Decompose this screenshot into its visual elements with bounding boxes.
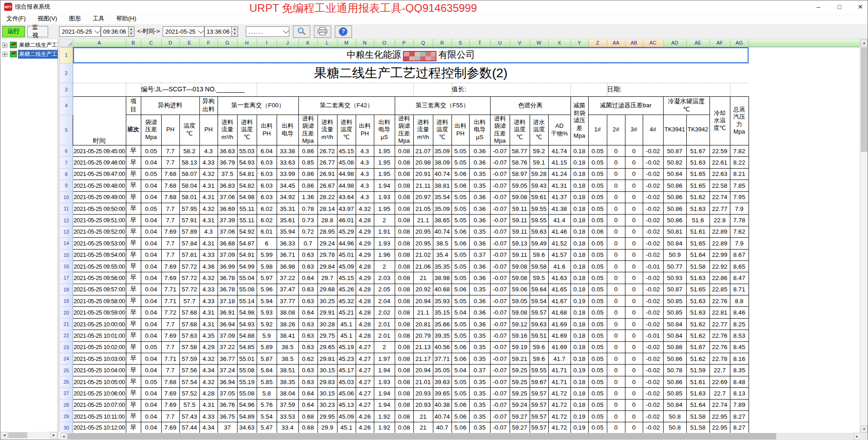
data-cell[interactable]: 36.98: [277, 260, 298, 272]
data-cell[interactable]: 55.14: [237, 295, 257, 307]
data-cell[interactable]: 58.13: [179, 157, 199, 168]
data-cell[interactable]: 22.95: [709, 410, 730, 422]
table-header-cell[interactable]: 2#: [607, 115, 625, 145]
data-cell[interactable]: 0.08: [395, 284, 413, 295]
data-cell[interactable]: 51.58: [686, 422, 709, 433]
data-cell[interactable]: 0.08: [395, 272, 413, 284]
data-cell[interactable]: 8.16: [730, 353, 749, 365]
row-header-2[interactable]: 2: [60, 63, 73, 83]
time-cell[interactable]: 2021-05-25 10:00:00: [73, 318, 126, 330]
data-cell[interactable]: 4.28: [199, 388, 218, 399]
data-cell[interactable]: 早: [126, 203, 141, 214]
data-cell[interactable]: 59.6: [530, 249, 548, 260]
data-cell[interactable]: 5.76: [257, 399, 277, 410]
data-cell[interactable]: 5.06: [451, 422, 469, 433]
data-cell[interactable]: 4.28: [356, 295, 374, 307]
data-cell[interactable]: 0: [607, 284, 625, 295]
data-cell[interactable]: 0.08: [395, 249, 413, 260]
vertical-scrollbar[interactable]: ▲ ▼: [860, 39, 868, 433]
table-header-cell[interactable]: TK3942: [686, 115, 709, 145]
data-cell[interactable]: 57.54: [179, 376, 199, 387]
table-header-cell[interactable]: 进料 流量 m³/h: [317, 115, 337, 145]
data-cell[interactable]: -0.07: [490, 249, 510, 260]
data-cell[interactable]: 59.67: [530, 376, 548, 387]
data-cell[interactable]: 37.24: [218, 365, 237, 376]
data-cell[interactable]: 35.93: [433, 295, 451, 307]
data-cell[interactable]: 0.18: [570, 318, 588, 330]
data-cell[interactable]: 33.4: [277, 422, 298, 433]
data-cell[interactable]: 50.86: [663, 180, 686, 191]
data-cell[interactable]: 20.92: [413, 284, 433, 295]
time-from-spinner[interactable]: 09:36:06 ▲▼: [101, 26, 134, 37]
data-cell[interactable]: 45.15: [337, 272, 356, 284]
data-cell[interactable]: 5.05: [451, 318, 469, 330]
data-cell[interactable]: 0.08: [395, 260, 413, 272]
data-cell[interactable]: 45.06: [337, 388, 356, 399]
data-cell[interactable]: 早: [126, 249, 141, 260]
column-header-O[interactable]: O: [374, 39, 395, 47]
data-cell[interactable]: 8.27: [730, 422, 749, 433]
data-cell[interactable]: 5.06: [451, 168, 469, 180]
data-cell[interactable]: 5.06: [451, 341, 469, 353]
data-cell[interactable]: 59.08: [510, 307, 530, 318]
data-cell[interactable]: 0: [625, 215, 643, 226]
table-header-group[interactable]: 第二套离交（F42）: [298, 96, 395, 115]
run-button[interactable]: 运行: [2, 26, 25, 37]
data-cell[interactable]: 33.53: [277, 410, 298, 422]
empty-area[interactable]: [749, 145, 861, 157]
data-cell[interactable]: 0.05: [588, 341, 607, 353]
data-cell[interactable]: 0.18: [570, 191, 588, 203]
data-cell[interactable]: 45.15: [337, 145, 356, 157]
data-cell[interactable]: 22.59: [709, 145, 730, 157]
data-cell[interactable]: 59.55: [530, 203, 548, 214]
data-cell[interactable]: 45.1: [337, 318, 356, 330]
data-cell[interactable]: 0.08: [395, 318, 413, 330]
row-header-5[interactable]: 5: [60, 115, 73, 145]
data-cell[interactable]: 0: [607, 399, 625, 410]
data-cell[interactable]: 29.24: [317, 238, 337, 249]
data-cell[interactable]: 20.93: [413, 399, 433, 410]
data-cell[interactable]: 37.5: [218, 168, 237, 180]
data-cell[interactable]: -0.07: [490, 422, 510, 433]
data-cell[interactable]: 54.88: [237, 330, 257, 341]
data-cell[interactable]: 28.8: [317, 215, 337, 226]
data-cell[interactable]: 0.05: [588, 157, 607, 168]
data-cell[interactable]: 51.6: [686, 215, 709, 226]
data-cell[interactable]: 0.36: [469, 295, 490, 307]
data-cell[interactable]: 7.82: [730, 145, 749, 157]
data-cell[interactable]: 29.75: [317, 330, 337, 341]
table-header-cell[interactable]: 班次: [126, 115, 141, 145]
data-cell[interactable]: 1.95: [374, 203, 395, 214]
table-header-cell[interactable]: PH: [199, 115, 218, 145]
empty-cell[interactable]: [570, 83, 607, 96]
data-cell[interactable]: 4.27: [356, 388, 374, 399]
data-cell[interactable]: 0: [625, 168, 643, 180]
data-cell[interactable]: 57.56: [179, 365, 199, 376]
data-cell[interactable]: 4.36: [199, 260, 218, 272]
data-cell[interactable]: 35.15: [433, 307, 451, 318]
table-header-group[interactable]: 减菌过滤器压差bar: [588, 96, 663, 115]
data-cell[interactable]: 51.63: [686, 388, 709, 399]
empty-area[interactable]: [749, 318, 861, 330]
data-cell[interactable]: 6.02: [257, 203, 277, 214]
data-cell[interactable]: 35.31: [277, 203, 298, 214]
data-cell[interactable]: 7.68: [161, 376, 179, 387]
data-cell[interactable]: 0: [607, 307, 625, 318]
empty-area[interactable]: [749, 249, 861, 260]
menu-tools[interactable]: 工具: [90, 14, 107, 24]
time-cell[interactable]: 2021-05-25 09:50:00: [73, 203, 126, 214]
data-cell[interactable]: 29.81: [317, 353, 337, 365]
data-cell[interactable]: 0: [607, 203, 625, 214]
data-cell[interactable]: 5.06: [451, 410, 469, 422]
data-cell[interactable]: 早: [126, 260, 141, 272]
empty-area[interactable]: [749, 260, 861, 272]
info-cell[interactable]: 日期:: [607, 83, 730, 96]
data-cell[interactable]: 0.08: [395, 422, 413, 433]
data-cell[interactable]: -0.02: [643, 365, 663, 376]
time-cell[interactable]: 2021-05-25 10:04:00: [73, 365, 126, 376]
data-cell[interactable]: 0.18: [570, 249, 588, 260]
data-cell[interactable]: 57.63: [179, 330, 199, 341]
data-cell[interactable]: 59.25: [510, 376, 530, 387]
data-cell[interactable]: 59.55: [530, 365, 548, 376]
data-cell[interactable]: 0.64: [298, 307, 317, 318]
